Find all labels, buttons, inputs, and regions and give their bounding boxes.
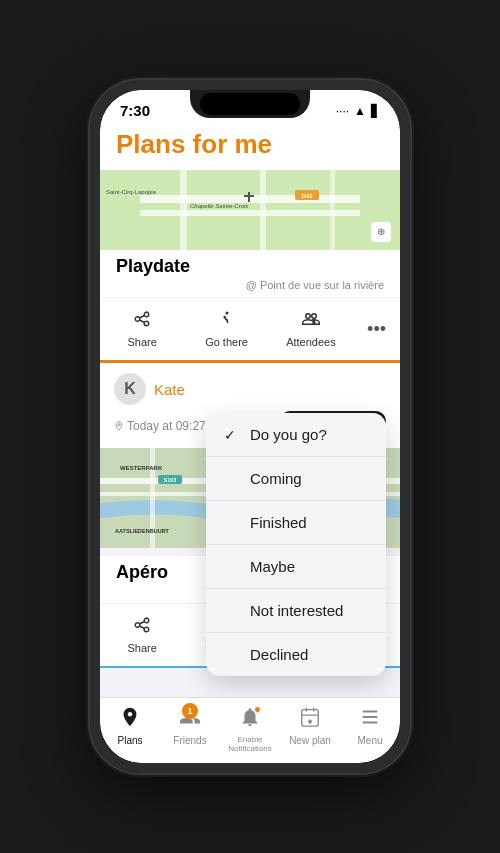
wifi-icon: ▲ [354, 104, 366, 118]
nav-notifications-label: EnableNotifications [228, 735, 272, 753]
signal-icon: ···· [336, 104, 349, 118]
svg-text:AATSLIEDENBUURT: AATSLIEDENBUURT [115, 528, 170, 534]
playdate-info: Playdate @ Point de vue sur la rivière [100, 250, 400, 297]
app-title: Plans for me [116, 129, 384, 160]
nav-friends-label: Friends [173, 735, 206, 746]
svg-text:Saint-Cirq-Lapopie: Saint-Cirq-Lapopie [106, 189, 157, 195]
apero-share-icon [133, 616, 151, 639]
playdate-share-btn[interactable]: Share [100, 306, 184, 352]
nav-item-plans[interactable]: Plans [100, 698, 160, 755]
walk-icon [218, 310, 236, 333]
playdate-action-bar: Share Go there [100, 297, 400, 360]
rsvp-dropdown-menu: ✓ Do you go? Coming Finished [206, 413, 386, 676]
playdate-attendees-label: Attendees [286, 336, 336, 348]
attendees-icon [302, 310, 320, 333]
svg-rect-4 [260, 170, 266, 250]
nav-item-notifications[interactable]: EnableNotifications [220, 698, 280, 755]
playdate-gothere-btn[interactable]: Go there [184, 306, 268, 352]
scroll-content: D42 Chapelle Sainte-Croix Saint-Cirq-Lap… [100, 170, 400, 697]
plans-icon [119, 706, 141, 733]
share-icon [133, 310, 151, 333]
checkmark-icon: ✓ [224, 427, 240, 443]
apero-share-btn[interactable]: Share [100, 612, 184, 658]
nav-plans-label: Plans [117, 735, 142, 746]
avatar-initial: K [124, 380, 136, 398]
playdate-attendees-btn[interactable]: Attendees [269, 306, 353, 352]
status-icons: ···· ▲ ▋ [336, 104, 380, 118]
bell-badge [254, 706, 261, 713]
calendar-icon: + [299, 706, 321, 733]
app-header: Plans for me [100, 123, 400, 170]
card-user-row: K Kate [100, 363, 400, 409]
playdate-title: Playdate [116, 256, 384, 277]
dropdown-item-label-5: Declined [250, 646, 308, 663]
friends-badge: 1 [182, 703, 198, 719]
nav-item-menu[interactable]: Menu [340, 698, 400, 755]
notch [190, 90, 310, 118]
card-time: Today at 09:27 [114, 419, 206, 433]
status-time: 7:30 [120, 102, 150, 119]
bell-icon [239, 706, 261, 733]
svg-text:S103: S103 [164, 477, 177, 483]
dropdown-item-do-you-go[interactable]: ✓ Do you go? [206, 413, 386, 457]
dropdown-item-coming[interactable]: Coming [206, 457, 386, 501]
playdate-location: @ Point de vue sur la rivière [116, 279, 384, 291]
location-pin-icon [114, 421, 124, 431]
playdate-share-label: Share [128, 336, 157, 348]
nav-new-plan-label: New plan [289, 735, 331, 746]
dropdown-item-label-2: Finished [250, 514, 307, 531]
dropdown-item-finished[interactable]: Finished [206, 501, 386, 545]
dropdown-item-label-1: Coming [250, 470, 302, 487]
dropdown-item-label-4: Not interested [250, 602, 343, 619]
playdate-more-btn[interactable]: ••• [353, 319, 400, 340]
svg-text:WESTERPARK: WESTERPARK [120, 465, 163, 471]
svg-text:⊕: ⊕ [377, 226, 385, 237]
svg-rect-5 [330, 170, 335, 250]
battery-icon: ▋ [371, 104, 380, 118]
event-card: K Kate Today at 09:27 Do you go? [100, 363, 400, 548]
dropdown-item-not-interested[interactable]: Not interested [206, 589, 386, 633]
menu-icon [359, 706, 381, 733]
user-name: Kate [154, 381, 185, 398]
event-time-label: Today at 09:27 [127, 419, 206, 433]
nav-item-new-plan[interactable]: + New plan [280, 698, 340, 755]
apero-share-label: Share [128, 642, 157, 654]
dropdown-item-label-3: Maybe [250, 558, 295, 575]
dynamic-island [200, 93, 300, 115]
nav-menu-label: Menu [357, 735, 382, 746]
svg-rect-2 [140, 210, 360, 216]
phone-shell: 7:30 ···· ▲ ▋ Plans for me [90, 80, 410, 773]
svg-rect-3 [180, 170, 187, 250]
svg-text:D42: D42 [301, 193, 313, 199]
playdate-map-svg: D42 Chapelle Sainte-Croix Saint-Cirq-Lap… [100, 170, 400, 250]
screen: 7:30 ···· ▲ ▋ Plans for me [100, 90, 400, 763]
svg-text:Chapelle Sainte-Croix: Chapelle Sainte-Croix [190, 203, 249, 209]
nav-item-friends[interactable]: 1 Friends [160, 698, 220, 755]
playdate-card: D42 Chapelle Sainte-Croix Saint-Cirq-Lap… [100, 170, 400, 548]
playdate-gothere-label: Go there [205, 336, 248, 348]
avatar: K [114, 373, 146, 405]
svg-rect-11 [244, 195, 254, 197]
playdate-map: D42 Chapelle Sainte-Croix Saint-Cirq-Lap… [100, 170, 400, 250]
dropdown-item-label-0: Do you go? [250, 426, 327, 443]
bottom-nav: Plans 1 Friends EnableNotificat [100, 697, 400, 763]
dropdown-item-declined[interactable]: Declined [206, 633, 386, 676]
svg-text:+: + [308, 718, 311, 724]
dropdown-item-maybe[interactable]: Maybe [206, 545, 386, 589]
